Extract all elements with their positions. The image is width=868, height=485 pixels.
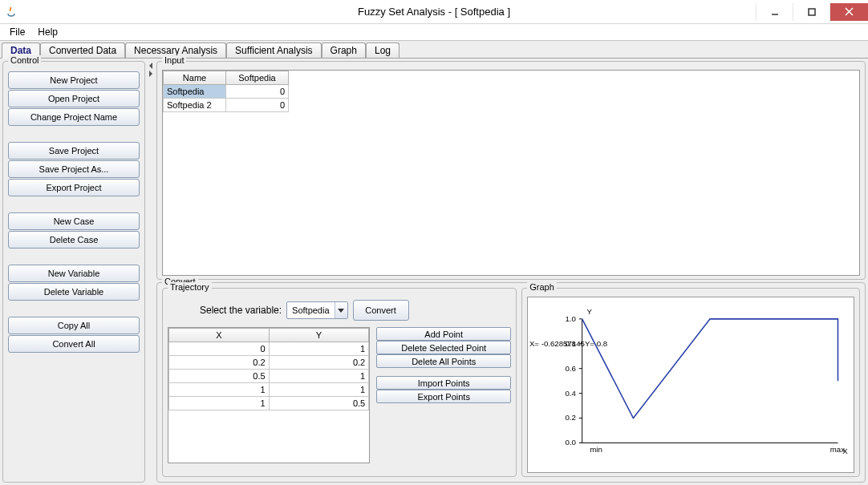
variable-select[interactable]: Softpedia [286, 301, 347, 319]
input-header-col1[interactable]: Softpedia [226, 71, 289, 85]
svg-text:1.0: 1.0 [566, 314, 576, 323]
svg-text:X: X [842, 447, 848, 455]
table-row[interactable]: 11 [169, 383, 369, 397]
copy-all-button[interactable]: Copy All [8, 317, 140, 334]
menu-help[interactable]: Help [31, 25, 64, 39]
convert-panel: Convert Trajectory Select the variable: … [156, 282, 866, 483]
close-button[interactable] [829, 3, 868, 21]
trajectory-panel: Trajectory Select the variable: Softpedi… [162, 288, 517, 477]
input-table[interactable]: Name Softpedia Softpedia 0 Softpedia 2 0 [163, 71, 289, 112]
table-row[interactable]: 0.20.2 [169, 356, 369, 370]
export-project-button[interactable]: Export Project [8, 179, 140, 196]
input-cell-name[interactable]: Softpedia 2 [164, 99, 226, 112]
open-project-button[interactable]: Open Project [8, 90, 140, 107]
tab-bar: Data Converted Data Necessary Analysis S… [0, 41, 868, 59]
input-panel: Input Name Softpedia Softpedia 0 Softped… [156, 61, 866, 280]
variable-select-value: Softpedia [287, 305, 334, 315]
svg-text:X= -0.62857145Y= 0.8: X= -0.62857145Y= 0.8 [529, 339, 607, 348]
input-cell-name[interactable]: Softpedia [164, 85, 226, 99]
menubar: File Help [0, 24, 868, 41]
menu-file[interactable]: File [3, 25, 31, 39]
input-legend: Input [162, 55, 186, 65]
input-cell-value[interactable]: 0 [226, 99, 289, 112]
table-row[interactable]: Softpedia 2 0 [164, 99, 289, 112]
export-points-button[interactable]: Export Points [376, 390, 511, 403]
input-header-name[interactable]: Name [164, 71, 226, 85]
svg-text:0.6: 0.6 [566, 364, 576, 373]
xy-header-y[interactable]: Y [269, 329, 369, 342]
window-titlebar: Fuzzy Set Analysis - [ Softpedia ] [0, 0, 868, 24]
convert-button[interactable]: Convert [353, 300, 409, 321]
splitter-handle[interactable] [148, 61, 154, 483]
dropdown-icon [335, 302, 347, 318]
control-legend: Control [8, 55, 41, 65]
control-panel: Control New Project Open Project Change … [2, 61, 145, 483]
save-project-as-button[interactable]: Save Project As... [8, 160, 140, 178]
svg-rect-1 [809, 9, 815, 15]
delete-selected-point-button[interactable]: Delete Selected Point [376, 341, 511, 354]
change-project-name-button[interactable]: Change Project Name [8, 108, 140, 126]
main-content: Control New Project Open Project Change … [0, 59, 868, 485]
delete-all-points-button[interactable]: Delete All Points [376, 354, 511, 368]
point-buttons: Add Point Delete Selected Point Delete A… [376, 327, 511, 463]
import-points-button[interactable]: Import Points [376, 376, 511, 390]
tab-graph[interactable]: Graph [322, 42, 366, 58]
delete-variable-button[interactable]: Delete Variable [8, 283, 140, 301]
window-title: Fuzzy Set Analysis - [ Softpedia ] [358, 6, 510, 18]
delete-case-button[interactable]: Delete Case [8, 231, 140, 249]
input-table-container: Name Softpedia Softpedia 0 Softpedia 2 0 [162, 70, 860, 276]
new-case-button[interactable]: New Case [8, 212, 140, 230]
splitter-left-icon [149, 63, 152, 69]
select-variable-label: Select the variable: [200, 305, 282, 316]
svg-text:0.0: 0.0 [566, 438, 576, 447]
xy-table[interactable]: X Y 01 0.20.2 0.51 11 10.5 [168, 328, 369, 410]
control-column: Control New Project Open Project Change … [2, 61, 145, 483]
svg-text:Y: Y [587, 307, 593, 316]
new-variable-button[interactable]: New Variable [8, 265, 140, 282]
tab-converted-data[interactable]: Converted Data [40, 42, 125, 58]
tab-sufficient-analysis[interactable]: Sufficient Analysis [226, 42, 322, 58]
window-controls [756, 3, 868, 21]
table-row[interactable]: 10.5 [169, 397, 369, 410]
input-cell-value[interactable]: 0 [226, 85, 289, 99]
svg-text:0.4: 0.4 [566, 389, 577, 398]
java-icon [5, 6, 18, 18]
xy-table-container: X Y 01 0.20.2 0.51 11 10.5 [168, 327, 370, 463]
graph-legend: Graph [527, 282, 557, 292]
trajectory-legend: Trajectory [168, 282, 212, 292]
table-row[interactable]: Softpedia 0 [164, 85, 289, 99]
svg-text:min: min [590, 445, 602, 454]
table-row[interactable]: 0.51 [169, 370, 369, 383]
maximize-button[interactable] [793, 3, 829, 21]
splitter-right-icon [149, 71, 152, 77]
save-project-button[interactable]: Save Project [8, 142, 140, 160]
svg-text:0.2: 0.2 [566, 413, 576, 422]
tab-log[interactable]: Log [366, 42, 400, 58]
right-column: Input Name Softpedia Softpedia 0 Softped… [156, 61, 866, 483]
new-project-button[interactable]: New Project [8, 71, 140, 89]
convert-all-button[interactable]: Convert All [8, 335, 140, 353]
graph-panel: Graph 0.00.20.40.60.81.0minmaxYXX= -0.62… [521, 288, 860, 477]
xy-header-x[interactable]: X [169, 329, 270, 342]
table-row[interactable]: 01 [169, 342, 369, 356]
chart-svg: 0.00.20.40.60.81.0minmaxYXX= -0.62857145… [528, 297, 854, 472]
graph-canvas[interactable]: 0.00.20.40.60.81.0minmaxYXX= -0.62857145… [527, 297, 854, 473]
minimize-button[interactable] [756, 3, 793, 21]
add-point-button[interactable]: Add Point [376, 327, 511, 341]
